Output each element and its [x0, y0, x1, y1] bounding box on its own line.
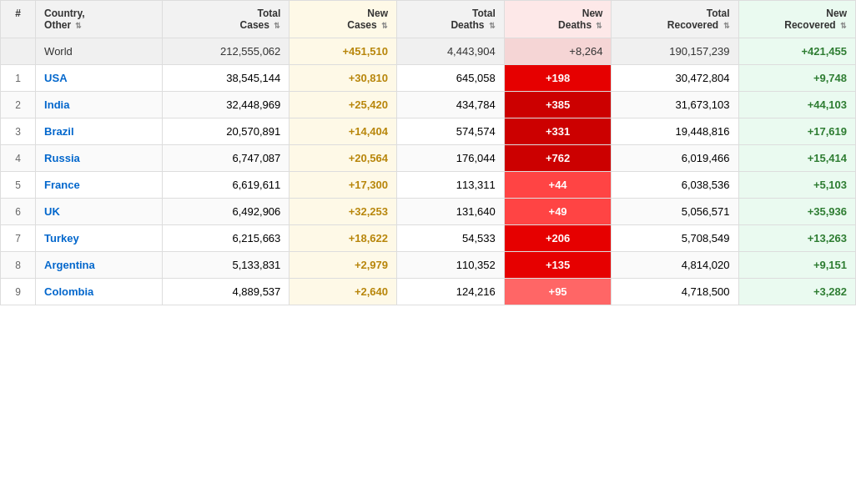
- row-new-recovered: +3,282: [738, 279, 855, 305]
- row-rank: 4: [1, 145, 36, 172]
- row-new-deaths: +135: [504, 252, 612, 279]
- row-total-cases: 5,133,831: [163, 252, 290, 279]
- row-total-deaths: 645,058: [397, 65, 505, 92]
- table-row: 2 India 32,448,969 +25,420 434,784 +385 …: [1, 92, 856, 118]
- table-row: 6 UK 6,492,906 +32,253 131,640 +49 5,056…: [1, 199, 856, 225]
- row-new-cases: +2,979: [290, 252, 397, 279]
- sort-icon-new-deaths[interactable]: ⇅: [596, 22, 602, 30]
- table-header-row: # Country,Other ⇅ TotalCases ⇅ NewCases …: [1, 1, 856, 38]
- world-rank: [1, 38, 36, 65]
- sort-icon-total-deaths[interactable]: ⇅: [489, 22, 496, 30]
- country-link[interactable]: Colombia: [44, 285, 93, 298]
- col-header-rank[interactable]: #: [1, 1, 36, 38]
- row-new-cases: +30,810: [290, 65, 397, 92]
- row-total-cases: 20,570,891: [163, 118, 290, 145]
- row-total-deaths: 124,216: [397, 279, 505, 305]
- country-link[interactable]: USA: [44, 72, 67, 84]
- country-link[interactable]: Turkey: [44, 232, 79, 244]
- row-total-cases: 4,889,537: [163, 279, 290, 305]
- world-new-recovered: +421,455: [738, 38, 855, 65]
- col-header-country[interactable]: Country,Other ⇅: [36, 1, 163, 38]
- row-total-recovered: 31,673,103: [612, 92, 738, 118]
- sort-icon-country[interactable]: ⇅: [75, 22, 82, 30]
- row-new-cases: +18,622: [290, 225, 397, 252]
- world-country: World: [36, 38, 163, 65]
- country-link[interactable]: Argentina: [44, 259, 95, 271]
- table-row: 1 USA 38,545,144 +30,810 645,058 +198 30…: [1, 65, 856, 92]
- sort-icon-new-cases[interactable]: ⇅: [381, 22, 388, 30]
- row-new-recovered: +17,619: [738, 118, 855, 145]
- row-total-deaths: 176,044: [397, 145, 505, 172]
- row-new-cases: +32,253: [290, 199, 397, 225]
- row-country: USA: [36, 65, 163, 92]
- covid-data-table: # Country,Other ⇅ TotalCases ⇅ NewCases …: [0, 0, 856, 305]
- row-total-recovered: 5,708,549: [612, 225, 738, 252]
- row-total-cases: 6,747,087: [163, 145, 290, 172]
- row-new-deaths: +206: [504, 225, 612, 252]
- row-new-deaths: +198: [504, 65, 612, 92]
- row-total-deaths: 110,352: [397, 252, 505, 279]
- row-rank: 8: [1, 252, 36, 279]
- country-link[interactable]: UK: [44, 205, 60, 218]
- row-rank: 1: [1, 65, 36, 92]
- col-header-new-cases[interactable]: NewCases ⇅: [290, 1, 397, 38]
- country-link[interactable]: Russia: [44, 152, 80, 164]
- row-total-recovered: 6,019,466: [612, 145, 738, 172]
- row-rank: 5: [1, 172, 36, 199]
- world-new-cases: +451,510: [290, 38, 397, 65]
- row-total-recovered: 4,814,020: [612, 252, 738, 279]
- row-country: France: [36, 172, 163, 199]
- sort-icon-new-recovered[interactable]: ⇅: [840, 22, 847, 30]
- table-row: 3 Brazil 20,570,891 +14,404 574,574 +331…: [1, 118, 856, 145]
- row-total-cases: 6,619,611: [163, 172, 290, 199]
- col-header-total-deaths[interactable]: TotalDeaths ⇅: [397, 1, 505, 38]
- row-total-recovered: 6,038,536: [612, 172, 738, 199]
- row-total-cases: 6,492,906: [163, 199, 290, 225]
- table-row: 8 Argentina 5,133,831 +2,979 110,352 +13…: [1, 252, 856, 279]
- row-rank: 9: [1, 279, 36, 305]
- row-total-recovered: 19,448,816: [612, 118, 738, 145]
- col-header-total-cases[interactable]: TotalCases ⇅: [163, 1, 290, 38]
- row-new-deaths: +95: [504, 279, 612, 305]
- row-rank: 7: [1, 225, 36, 252]
- row-new-cases: +20,564: [290, 145, 397, 172]
- row-total-deaths: 131,640: [397, 199, 505, 225]
- row-new-recovered: +13,263: [738, 225, 855, 252]
- table-row: 7 Turkey 6,215,663 +18,622 54,533 +206 5…: [1, 225, 856, 252]
- world-total-recovered: 190,157,239: [612, 38, 738, 65]
- row-new-cases: +2,640: [290, 279, 397, 305]
- col-header-new-recovered[interactable]: NewRecovered ⇅: [738, 1, 855, 38]
- row-new-cases: +14,404: [290, 118, 397, 145]
- row-total-deaths: 434,784: [397, 92, 505, 118]
- row-country: Brazil: [36, 118, 163, 145]
- row-new-recovered: +9,151: [738, 252, 855, 279]
- country-link[interactable]: France: [44, 179, 80, 191]
- row-total-recovered: 30,472,804: [612, 65, 738, 92]
- row-country: Turkey: [36, 225, 163, 252]
- row-rank: 6: [1, 199, 36, 225]
- row-total-deaths: 574,574: [397, 118, 505, 145]
- row-country: Colombia: [36, 279, 163, 305]
- row-rank: 3: [1, 118, 36, 145]
- row-country: UK: [36, 199, 163, 225]
- sort-icon-total-cases[interactable]: ⇅: [274, 22, 280, 30]
- row-total-deaths: 113,311: [397, 172, 505, 199]
- row-total-cases: 38,545,144: [163, 65, 290, 92]
- row-new-deaths: +44: [504, 172, 612, 199]
- col-header-total-recovered[interactable]: TotalRecovered ⇅: [612, 1, 738, 38]
- row-new-recovered: +15,414: [738, 145, 855, 172]
- country-link[interactable]: India: [44, 98, 69, 111]
- world-new-deaths: +8,264: [504, 38, 612, 65]
- row-new-deaths: +331: [504, 118, 612, 145]
- world-summary-row: World 212,555,062 +451,510 4,443,904 +8,…: [1, 38, 856, 65]
- row-total-deaths: 54,533: [397, 225, 505, 252]
- row-new-recovered: +44,103: [738, 92, 855, 118]
- col-header-new-deaths[interactable]: NewDeaths ⇅: [504, 1, 612, 38]
- country-link[interactable]: Brazil: [44, 125, 73, 138]
- table-row: 5 France 6,619,611 +17,300 113,311 +44 6…: [1, 172, 856, 199]
- row-new-deaths: +49: [504, 199, 612, 225]
- row-country: Argentina: [36, 252, 163, 279]
- row-total-cases: 32,448,969: [163, 92, 290, 118]
- table-row: 9 Colombia 4,889,537 +2,640 124,216 +95 …: [1, 279, 856, 305]
- sort-icon-total-recovered[interactable]: ⇅: [723, 22, 730, 30]
